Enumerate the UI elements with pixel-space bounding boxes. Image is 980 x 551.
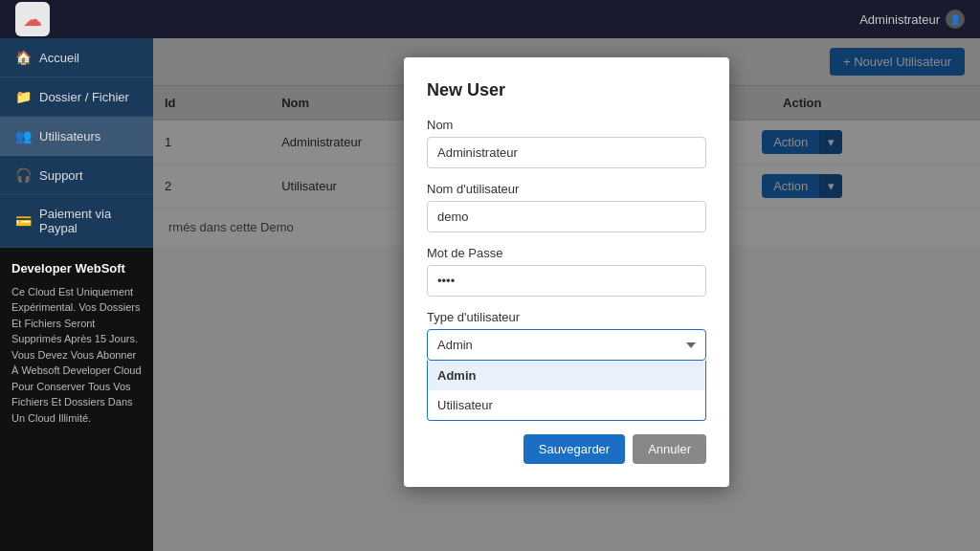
sidebar-ad-text: Ce Cloud Est Uniquement Expérimental. Vo… [11,284,142,427]
form-group-nom: Nom [427,118,706,168]
sidebar-item-paiement[interactable]: 💳 Paiement via Paypal [0,195,153,248]
folder-icon: 📁 [15,89,32,104]
admin-label: Administrateur [859,12,940,27]
home-icon: 🏠 [15,50,32,65]
input-nom[interactable] [427,137,706,168]
sidebar-item-support[interactable]: 🎧 Support [0,156,153,195]
type-dropdown-list: Admin Utilisateur [427,361,706,421]
input-nom-utilisateur[interactable] [427,201,706,232]
layout: 🏠 Accueil 📁 Dossier / Fichier 👥 Utilisat… [0,38,980,551]
topbar: ☁ Administrateur 👤 [0,0,980,38]
support-icon: 🎧 [15,167,32,183]
page: ☁ Administrateur 👤 🏠 Accueil 📁 Dossier /… [0,0,980,551]
form-group-type: Type d'utilisateur Admin Utilisateur [427,310,706,361]
label-type: Type d'utilisateur [427,310,706,324]
modal-title: New User [427,80,706,100]
input-mot-de-passe[interactable] [427,265,706,297]
users-icon: 👥 [15,128,32,143]
payment-icon: 💳 [15,213,32,229]
sidebar-ad: Developer WebSoft Ce Cloud Est Uniquemen… [0,248,153,551]
select-type-utilisateur[interactable]: Admin Utilisateur [427,329,706,361]
sidebar-item-utilisateurs[interactable]: 👥 Utilisateurs [0,117,153,156]
sidebar-item-dossier[interactable]: 📁 Dossier / Fichier [0,77,153,117]
sidebar-ad-title: Developer WebSoft [11,259,142,278]
sidebar-label-utilisateurs: Utilisateurs [39,129,100,143]
cloud-icon: ☁ [23,8,42,31]
topbar-right: Administrateur 👤 [859,10,965,29]
label-mot-de-passe: Mot de Passe [427,246,706,260]
sidebar: 🏠 Accueil 📁 Dossier / Fichier 👥 Utilisat… [0,38,153,551]
sidebar-label-support: Support [39,168,83,183]
dropdown-option-admin[interactable]: Admin [428,361,705,390]
cancel-button[interactable]: Annuler [633,434,706,464]
sidebar-label-paiement: Paiement via Paypal [39,207,138,235]
label-nom-utilisateur: Nom d'utilisateur [427,182,706,196]
dropdown-option-utilisateur[interactable]: Utilisateur [428,390,705,420]
form-group-mot-de-passe: Mot de Passe [427,246,706,297]
logo: ☁ [15,2,50,36]
sidebar-label-dossier: Dossier / Fichier [39,90,129,104]
label-nom: Nom [427,118,706,132]
modal-actions: Sauvegarder Annuler [427,434,706,464]
new-user-modal: New User Nom Nom d'utilisateur Mot de Pa… [404,57,729,487]
admin-icon: 👤 [946,10,965,29]
form-group-nom-utilisateur: Nom d'utilisateur [427,182,706,232]
sidebar-item-accueil[interactable]: 🏠 Accueil [0,38,153,77]
save-button[interactable]: Sauvegarder [523,434,625,464]
main-content: + Nouvel Utilisateur Id Nom Action 1 [153,38,980,551]
sidebar-label-accueil: Accueil [39,51,79,65]
